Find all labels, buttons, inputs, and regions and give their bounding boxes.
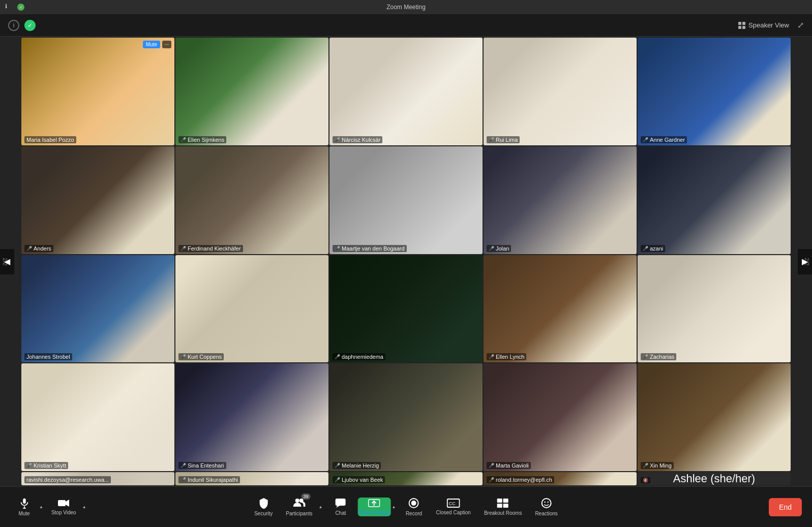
mic-muted-icon-16: 🎤 (26, 463, 32, 468)
mute-caret-icon: ▲ (39, 505, 43, 509)
stop-video-button-group: Stop Video ▲ (46, 495, 87, 518)
top-bar-left: i ✓ (8, 20, 36, 31)
participants-button[interactable]: 39 Participants (281, 494, 317, 519)
next-page-arrow[interactable]: ▶ (798, 249, 812, 274)
participant-name-22: 🎤 Indunil Sikurajapathi (178, 476, 240, 483)
participant-name-6: 🎤 Anders (24, 245, 53, 252)
participant-video-15[interactable]: 🎤 Zacharias (638, 255, 791, 363)
participant-name-17: 🎤 Sina Enteshari (178, 462, 226, 469)
participant-video-5[interactable]: 🎤 Anne Gardner (638, 38, 791, 145)
video-caret-button[interactable]: ▲ (81, 502, 87, 512)
participant-video-7[interactable]: 🎤 Ferdinand Kieckhäfer (175, 146, 328, 254)
mic-muted-icon-22: 🎤 (181, 477, 186, 482)
mic-muted-icon-2: 🎤 (181, 137, 186, 142)
video-caret-icon: ▲ (82, 505, 86, 509)
breakout-rooms-icon (497, 498, 509, 508)
fullscreen-button[interactable]: ⤢ (797, 20, 804, 30)
closed-caption-button[interactable]: CC Closed Caption (431, 495, 476, 518)
participant-video-16[interactable]: 🎤 Kristian Skytt (21, 363, 174, 471)
participant-name-13: 🎤 daphnemiedema (333, 353, 385, 360)
meeting-secure-icon: ✓ (24, 20, 36, 31)
svg-rect-18 (503, 504, 508, 508)
record-label: Record (406, 511, 422, 516)
participant-video-3[interactable]: 🎤 Nárcisz Kulcsár (329, 38, 483, 145)
mute-badge-1: Mute (143, 41, 160, 48)
mute-button[interactable]: Mute (10, 494, 38, 519)
participant-video-4[interactable]: 🎤 Rui Lima (484, 38, 637, 145)
participant-video-19[interactable]: 🎤 Marta Gavioli (484, 363, 637, 471)
share-screen-caret-button[interactable]: ▲ (391, 502, 397, 512)
participant-name-15: 🎤 Zacharias (641, 353, 676, 360)
mic-muted-icon-13: 🎤 (335, 354, 340, 359)
mic-muted-icon-10: 🎤 (643, 246, 648, 251)
participant-video-9[interactable]: 🎤 Jolan (484, 146, 637, 254)
participant-name-8: 🎤 Maartje van den Bogaard (333, 245, 407, 252)
toolbar-right-group: End (769, 498, 802, 516)
chat-button[interactable]: Chat (326, 495, 354, 519)
svg-marker-4 (66, 500, 69, 507)
participant-video-10[interactable]: 🎤 azani (638, 146, 791, 254)
participant-video-24[interactable]: 🎤 roland.tormey@epfl.ch (484, 472, 637, 485)
meeting-info-button[interactable]: i (8, 20, 19, 31)
participants-caret-button[interactable]: ▲ (318, 502, 324, 512)
reactions-button[interactable]: Reactions (530, 494, 562, 519)
participants-caret-icon: ▲ (319, 505, 323, 509)
mic-muted-icon-ashlee: 🔇 (643, 478, 648, 483)
share-screen-button[interactable]: Share Screen (357, 498, 390, 516)
mute-button-group: Mute ▲ (10, 494, 44, 519)
reactions-icon (541, 498, 552, 509)
chat-label: Chat (335, 510, 346, 516)
participant-video-21[interactable]: ravishi.dezoysa@research.uwa... (21, 472, 174, 485)
participant-video-14[interactable]: 🎤 Ellen Lynch (484, 255, 637, 363)
stop-video-label: Stop Video (51, 510, 76, 515)
participant-name-1: Maria Isabel Pozzo (24, 136, 76, 143)
security-label: Security (254, 511, 273, 516)
speaker-view-button[interactable]: Speaker View (738, 21, 789, 29)
participants-count-badge: 39 (301, 493, 310, 500)
participant-video-ashlee[interactable]: Ashlee (she/her) 🔇 (638, 472, 791, 485)
svg-rect-17 (497, 504, 502, 508)
mic-muted-icon-19: 🎤 (489, 463, 494, 468)
participant-video-1[interactable]: Mute ··· Maria Isabel Pozzo (21, 38, 174, 145)
participant-video-2[interactable]: 🎤 Elien Sijmkens (175, 38, 328, 145)
record-icon (408, 498, 419, 509)
more-badge-1: ··· (162, 41, 171, 48)
participant-video-13[interactable]: 🎤 daphnemiedema (329, 255, 483, 363)
participant-video-17[interactable]: 🎤 Sina Enteshari (175, 363, 328, 471)
end-meeting-button[interactable]: End (769, 498, 802, 516)
svg-point-20 (544, 502, 545, 503)
participant-video-23[interactable]: 🎤 Ljubov van Beek (329, 472, 483, 485)
mic-muted-icon-5: 🎤 (643, 137, 648, 142)
svg-rect-7 (336, 499, 346, 506)
participant-name-3: 🎤 Nárcisz Kulcsár (333, 136, 382, 143)
toolbar: Mute ▲ Stop Video ▲ (0, 486, 812, 527)
participant-video-22[interactable]: 🎤 Indunil Sikurajapathi (175, 472, 328, 485)
breakout-rooms-button[interactable]: Breakout Rooms (479, 495, 527, 519)
svg-rect-0 (23, 499, 26, 504)
toolbar-center-group: Security 39 Participants ▲ (249, 494, 563, 519)
shield-icon (258, 498, 268, 509)
video-grid-container: ◀ 2/2 Mute ··· Maria Isabel Pozzo 🎤 Elie… (0, 37, 812, 486)
mic-muted-icon-14: 🎤 (489, 354, 494, 359)
svg-rect-16 (503, 499, 508, 503)
share-screen-button-group: Share Screen ▲ (357, 498, 397, 516)
participant-name-ashlee: 🔇 (641, 477, 650, 483)
participant-video-8[interactable]: 🎤 Maartje van den Bogaard (329, 146, 483, 254)
participant-video-6[interactable]: 🎤 Anders (21, 146, 174, 254)
record-button[interactable]: Record (400, 494, 428, 519)
participant-video-18[interactable]: 🎤 Melanie Herzig (329, 363, 483, 471)
participant-name-19: 🎤 Marta Gavioli (487, 462, 531, 469)
stop-video-button[interactable]: Stop Video (46, 495, 81, 518)
participant-name-11: Johannes Strobel (24, 353, 72, 360)
info-circle-icon: ℹ (5, 3, 13, 11)
window-title: Zoom Meeting (386, 4, 426, 11)
mute-caret-button[interactable]: ▲ (38, 502, 44, 512)
participant-video-20[interactable]: 🎤 Xin Ming (638, 363, 791, 471)
participant-video-11[interactable]: Johannes Strobel (21, 255, 174, 363)
participant-name-10: 🎤 azani (641, 245, 665, 252)
previous-page-arrow[interactable]: ◀ (0, 249, 14, 274)
grid-layout-icon (738, 22, 745, 29)
participant-name-4: 🎤 Rui Lima (487, 136, 520, 143)
security-button[interactable]: Security (249, 494, 278, 519)
participant-video-12[interactable]: 🎤 Kurt Coppens (175, 255, 328, 363)
